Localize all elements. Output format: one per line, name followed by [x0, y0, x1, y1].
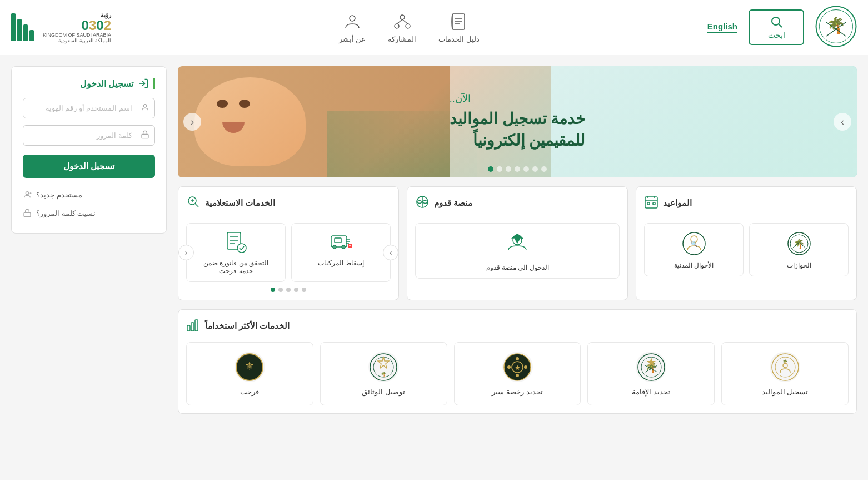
banner-dot-1[interactable] — [541, 166, 547, 172]
info-services-card: الخدمات الاستعلامية ‹ — [178, 186, 399, 300]
svg-rect-24 — [645, 197, 657, 208]
birth-reg-logo: 🌴 — [770, 352, 800, 382]
svg-rect-7 — [452, 14, 465, 29]
svg-point-18 — [143, 104, 146, 107]
new-user-icon — [23, 190, 32, 199]
svg-rect-23 — [24, 212, 31, 216]
invoice-check[interactable]: التحقق من فاتورة ضمن خدمة فرحت — [186, 223, 286, 282]
new-user-label: مستخدم جديد؟ — [36, 191, 82, 199]
most-used-section: الخدمات الأكثر استخداماً — [178, 309, 857, 414]
nav-participation-label: المشاركة — [388, 35, 416, 43]
vehicle-drop[interactable]: إسقاط المركبات — [291, 223, 391, 282]
svg-point-78 — [516, 374, 519, 377]
login-title: تسجيل الدخول — [23, 78, 155, 89]
services-grid: المواعيد — [178, 186, 857, 300]
forgot-password-icon — [23, 209, 32, 217]
service-iqama-renewal[interactable]: 🌴 تجديد الإقامة — [587, 342, 715, 405]
civil-affairs-label: الأحوال المدنية — [674, 261, 714, 269]
appointments-title: المواعيد — [663, 198, 692, 208]
new-user-link[interactable]: مستخدم جديد؟ — [23, 186, 155, 204]
most-used-icon — [186, 318, 201, 334]
platform-entry[interactable]: الدخول الى منصة قدوم — [415, 223, 620, 279]
svg-rect-63 — [195, 320, 198, 331]
nav-participation[interactable]: المشاركة — [388, 12, 416, 43]
iqama-label: تجديد الإقامة — [632, 388, 670, 396]
lock-icon — [141, 130, 149, 141]
login-title-text: تسجيل الدخول — [80, 78, 133, 89]
info-services-prev[interactable]: ‹ — [178, 245, 194, 260]
svg-point-5 — [772, 17, 780, 25]
platform-items: الدخول الى منصة قدوم — [415, 223, 620, 279]
logo[interactable]: 🌴 — [815, 6, 857, 50]
banner-prev-button[interactable]: › — [834, 113, 851, 131]
password-wrap — [23, 125, 155, 146]
appointments-icon — [644, 195, 659, 211]
search-label: ابحث — [768, 31, 785, 39]
nav-services-guide[interactable]: دليل الخدمات — [438, 12, 480, 43]
nav-about[interactable]: عن أبشر — [339, 12, 366, 43]
svg-point-20 — [26, 192, 28, 195]
most-used-title: الخدمات الأكثر استخداماً — [205, 321, 290, 331]
service-farhat[interactable]: ⚜ فرحت — [186, 342, 313, 405]
banner-dot-3[interactable] — [523, 166, 529, 172]
iqama-logo: 🌴 — [636, 352, 666, 382]
login-icon — [138, 78, 149, 89]
banner-text-small: الآن.. — [450, 92, 471, 105]
banner-next-button[interactable]: ‹ — [183, 113, 201, 131]
document-delivery-logo: 🌴 — [368, 352, 399, 382]
service-driving-license[interactable]: ★ تجديد رخصة سير — [454, 342, 581, 405]
svg-line-42 — [196, 204, 199, 207]
username-wrap — [23, 98, 155, 118]
svg-point-11 — [400, 15, 405, 19]
svg-point-77 — [516, 357, 519, 360]
civil-affairs-logo-icon: 🔍 — [682, 231, 706, 256]
platform-entry-label: الدخول الى منصة قدوم — [486, 264, 549, 271]
passports-logo-icon: 🌴 — [787, 231, 811, 256]
vehicle-drop-icon — [329, 230, 353, 255]
forgot-password-label: نسيت كلمة المرور؟ — [36, 209, 96, 217]
invoice-check-icon — [224, 230, 248, 255]
driving-license-label: تجديد رخصة سير — [492, 388, 542, 396]
svg-text:🌴: 🌴 — [381, 371, 386, 377]
search-box[interactable]: ابحث — [749, 9, 804, 45]
appointment-passports[interactable]: 🌴 الجوازات — [749, 223, 849, 276]
content-area: الآن.. خدمة تسجيل المواليد للمقيمين إلكت… — [178, 66, 857, 414]
info-services-dots — [186, 288, 391, 292]
info-services-header: الخدمات الاستعلامية — [186, 195, 391, 216]
svg-text:🌴: 🌴 — [782, 359, 788, 364]
forgot-password-link[interactable]: نسيت كلمة المرور؟ — [23, 204, 155, 222]
main-header: 🌴 ابحث English — [0, 0, 868, 55]
banner-dot-6[interactable] — [497, 166, 502, 172]
vision-year: 2030 — [43, 19, 111, 32]
info-dot-2[interactable] — [294, 288, 298, 292]
service-document-delivery[interactable]: 🌴 توصيل الوثائق — [320, 342, 447, 405]
username-input[interactable] — [23, 98, 155, 118]
document-delivery-label: توصيل الوثائق — [362, 388, 405, 396]
appointment-civil[interactable]: 🔍 الأحوال المدنية — [644, 223, 744, 276]
password-input[interactable] — [23, 125, 155, 146]
svg-text:★: ★ — [515, 364, 521, 372]
banner-dot-7[interactable] — [488, 166, 493, 172]
info-dot-3[interactable] — [286, 288, 291, 292]
svg-rect-29 — [653, 202, 655, 205]
info-services-next[interactable]: › — [383, 245, 398, 260]
info-dot-4[interactable] — [278, 288, 283, 292]
banner-dots — [488, 166, 547, 172]
svg-point-80 — [524, 365, 527, 369]
banner-dot-4[interactable] — [515, 166, 520, 172]
vision-2030-logo: رؤية 2030 KINGDOM OF SAUDI ARABIA المملك… — [11, 12, 111, 43]
passports-label: الجوازات — [787, 261, 811, 269]
vehicle-drop-label: إسقاط المركبات — [318, 259, 364, 267]
svg-point-79 — [507, 365, 511, 369]
svg-line-6 — [779, 24, 782, 28]
login-button[interactable]: تسجيل الدخول — [23, 155, 155, 178]
svg-line-15 — [402, 19, 408, 24]
banner-dot-2[interactable] — [532, 166, 538, 172]
english-link[interactable]: English — [707, 22, 737, 33]
service-birth-registration[interactable]: 🌴 تسجيل المواليد — [721, 342, 849, 405]
info-dot-1[interactable] — [302, 288, 306, 292]
banner-dot-5[interactable] — [506, 166, 511, 172]
kingdom-label-en: KINGDOM OF SAUDI ARABIA — [43, 32, 111, 38]
svg-text:🌴: 🌴 — [794, 239, 805, 249]
info-dot-5[interactable] — [271, 288, 275, 292]
